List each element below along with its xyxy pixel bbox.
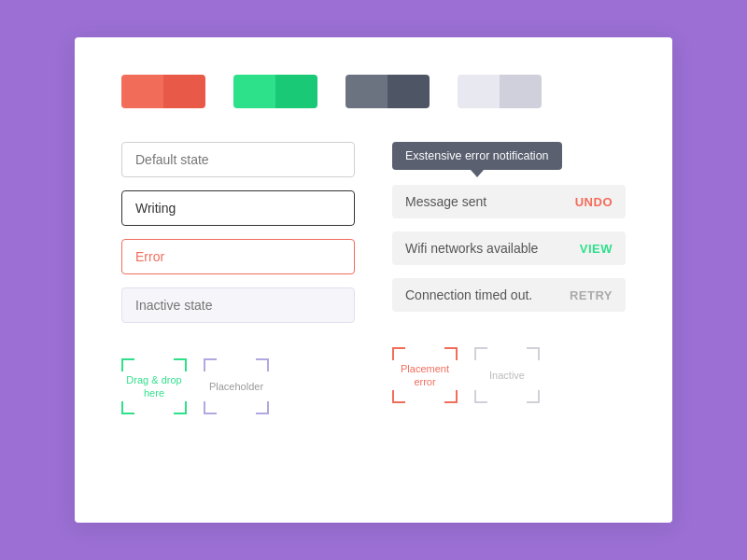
corner-bl bbox=[392, 390, 405, 403]
corner-tl bbox=[121, 358, 134, 371]
corner-bl bbox=[474, 390, 487, 403]
input-inactive bbox=[121, 287, 355, 323]
swatch-gray-light bbox=[345, 75, 388, 108]
corner-bl bbox=[204, 401, 217, 414]
swatch-light-left bbox=[458, 75, 500, 108]
notif-action-retry[interactable]: RETRY bbox=[570, 288, 613, 302]
corner-tr bbox=[174, 358, 187, 371]
swatch-green bbox=[233, 75, 317, 108]
dropzone-drag[interactable]: Drag & drop here bbox=[121, 358, 187, 414]
corner-tr bbox=[444, 347, 458, 360]
input-writing[interactable] bbox=[121, 190, 355, 226]
corner-tl bbox=[204, 358, 217, 371]
input-default[interactable] bbox=[121, 142, 355, 177]
tooltip-text: Exstensive error notification bbox=[405, 149, 549, 162]
right-dropzones: Placementerror Inactive bbox=[392, 347, 626, 403]
dropzone-placeholder-label: Placeholder bbox=[204, 380, 269, 393]
notif-label-timeout: Connection timed out. bbox=[405, 287, 532, 302]
dropzone-inactive: Inactive bbox=[474, 347, 540, 403]
right-column: Exstensive error notification Message se… bbox=[392, 142, 626, 414]
swatch-gray-dark bbox=[388, 75, 430, 108]
error-tooltip: Exstensive error notification bbox=[392, 142, 562, 170]
swatch-green-light bbox=[233, 75, 275, 108]
dropzone-purple[interactable]: Placeholder bbox=[204, 358, 269, 414]
notif-action-undo[interactable]: UNDO bbox=[575, 195, 613, 209]
corner-tr bbox=[256, 358, 269, 371]
corner-br bbox=[444, 390, 458, 403]
notif-label-message: Message sent bbox=[405, 194, 486, 209]
swatch-gray bbox=[345, 75, 430, 108]
swatch-red-light bbox=[121, 75, 163, 108]
dropzone-error[interactable]: Placementerror bbox=[392, 347, 458, 403]
corner-tl bbox=[392, 347, 405, 360]
swatch-light bbox=[458, 75, 542, 108]
dropzone-red[interactable]: Placementerror bbox=[392, 347, 458, 403]
dropzone-green[interactable]: Drag & drop here bbox=[121, 358, 187, 414]
notif-label-wifi: Wifi networks available bbox=[405, 241, 538, 256]
swatch-red-dark bbox=[163, 75, 205, 108]
corner-tr bbox=[527, 347, 540, 360]
dropzone-inactive-label: Inactive bbox=[474, 369, 540, 382]
corner-bl bbox=[121, 401, 134, 414]
corner-br bbox=[256, 401, 269, 414]
corner-br bbox=[527, 390, 540, 403]
dropzone-placeholder[interactable]: Placeholder bbox=[204, 358, 269, 414]
notif-wifi: Wifi networks available VIEW bbox=[392, 231, 626, 265]
left-dropzones: Drag & drop here Placeholder bbox=[121, 358, 355, 414]
dropzone-inner-label: Drag & drop here bbox=[121, 373, 187, 400]
notif-action-view[interactable]: VIEW bbox=[580, 242, 613, 256]
swatch-red bbox=[121, 75, 205, 108]
main-card: Drag & drop here Placeholder E bbox=[75, 37, 672, 523]
dropzone-inactive-box: Inactive bbox=[474, 347, 540, 403]
swatches-row bbox=[121, 75, 626, 108]
corner-br bbox=[174, 401, 187, 414]
swatch-green-dark bbox=[275, 75, 317, 108]
corner-tl bbox=[474, 347, 487, 360]
left-column: Drag & drop here Placeholder bbox=[121, 142, 355, 414]
input-error[interactable] bbox=[121, 239, 355, 274]
main-content: Drag & drop here Placeholder E bbox=[121, 142, 626, 414]
dropzone-error-label: Placementerror bbox=[392, 362, 458, 389]
notif-message-sent: Message sent UNDO bbox=[392, 185, 626, 218]
swatch-light-right bbox=[500, 75, 542, 108]
notif-timeout: Connection timed out. RETRY bbox=[392, 278, 626, 312]
